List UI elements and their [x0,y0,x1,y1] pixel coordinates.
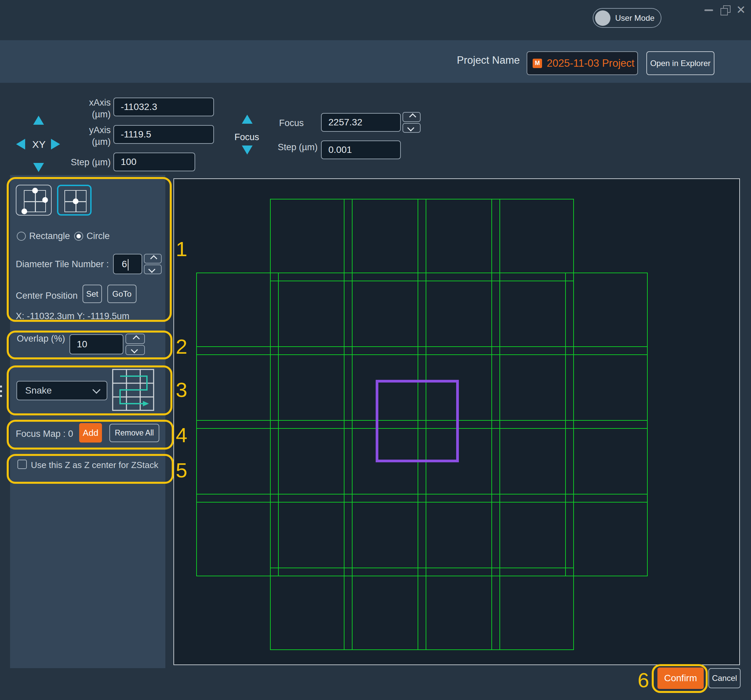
tile-cell[interactable] [196,494,278,576]
add-button[interactable]: Add [79,423,102,443]
tile-settings-panel [10,175,165,668]
project-name-value: 2025-11-03 Project [547,57,634,69]
rectangle-radio-label: Rectangle [29,231,70,241]
y-axis-unit: (µm) [69,137,111,147]
xy-step-input[interactable] [113,153,195,171]
tile-cell[interactable] [196,420,278,502]
diameter-tile-number-label: Diameter Tile Number : [16,259,109,270]
remove-all-button[interactable]: Remove All [109,424,159,442]
set-button[interactable]: Set [82,285,102,303]
tile-cell[interactable] [418,273,500,355]
current-fov-rect[interactable] [377,381,457,461]
open-in-explorer-button[interactable]: Open in Explorer [646,51,714,75]
tile-cell[interactable] [492,199,573,281]
tile-cell[interactable] [492,347,573,429]
user-mode-toggle[interactable]: User Mode [593,8,661,28]
center-point-grid-icon [64,190,87,212]
focus-pad-label: Focus [235,132,259,142]
tile-cell[interactable] [492,273,573,355]
scan-pattern-select[interactable]: Snake [17,381,107,400]
toggle-knob[interactable] [595,11,610,26]
focus-spin-up[interactable] [402,112,420,122]
panel-grip-handle[interactable] [0,385,3,397]
xy-pad-label: XY [32,139,46,150]
diameter-tile-number-input[interactable]: 6 [113,254,142,274]
snake-path-icon [112,369,154,411]
tile-cell[interactable] [418,494,500,576]
overlap-input[interactable] [70,334,124,355]
chevron-down-icon [92,385,100,393]
tile-cell[interactable] [418,568,500,650]
diameter-spin-down[interactable] [144,265,162,274]
focus-step-input[interactable] [321,140,401,159]
three-point-grid-button[interactable] [16,185,52,216]
tile-cell[interactable] [492,494,573,576]
focus-down-arrow[interactable] [242,145,253,154]
overlap-spin-up[interactable] [125,333,145,344]
y-axis-input[interactable] [113,125,214,144]
text-cursor [128,259,128,271]
tile-cell[interactable] [566,273,647,355]
tile-cell[interactable] [418,199,500,281]
rectangle-radio[interactable] [17,232,26,241]
tile-cell[interactable] [344,568,426,650]
header-row [0,40,751,83]
tile-cell[interactable] [270,273,352,355]
circle-radio-label: Circle [87,231,110,241]
focus-input[interactable] [321,113,401,132]
tile-cell[interactable] [270,347,352,429]
tile-cell[interactable] [566,494,647,576]
tile-cell[interactable] [196,347,278,429]
tile-cell[interactable] [270,568,352,650]
three-point-grid-icon [24,190,46,212]
tile-cell[interactable] [344,273,426,355]
annotation-number-2: 2 [176,336,187,357]
chevron-down-icon [131,346,138,353]
confirm-button[interactable]: Confirm [657,668,704,689]
scan-pattern-value: Snake [25,385,52,396]
focus-spin-down[interactable] [402,123,420,133]
chevron-up-icon [409,113,416,120]
close-icon[interactable]: ✕ [736,5,746,15]
cancel-button[interactable]: Cancel [708,668,740,688]
tile-cell[interactable] [344,347,426,429]
zstack-checkbox[interactable] [17,459,27,469]
focus-step-label: Step (µm) [278,142,318,153]
project-name-field[interactable]: M 2025-11-03 Project [527,51,638,75]
application-window: User Mode ✕ Project Name M 2025-11-03 Pr… [0,0,751,700]
tile-cell[interactable] [270,494,352,576]
annotation-number-3: 3 [176,379,187,400]
focus-up-arrow[interactable] [242,115,253,124]
tile-cell[interactable] [196,273,278,355]
tile-grid [174,179,739,665]
goto-button[interactable]: GoTo [107,285,136,303]
project-m-badge-icon: M [533,59,542,68]
xy-down-arrow[interactable] [33,163,44,172]
chevron-up-icon [133,335,139,342]
tile-cell[interactable] [344,199,426,281]
restore-icon[interactable] [720,5,730,15]
minimize-icon[interactable] [705,9,713,11]
tile-cell[interactable] [566,420,647,502]
tile-cell[interactable] [566,347,647,429]
x-axis-input[interactable] [113,97,214,116]
tile-cell[interactable] [344,494,426,576]
user-mode-label: User Mode [615,14,654,23]
xy-right-arrow[interactable] [51,139,60,150]
center-position-label: Center Position [16,291,78,301]
tile-cell[interactable] [270,199,352,281]
xy-up-arrow[interactable] [33,116,44,125]
xy-left-arrow[interactable] [16,139,25,150]
chevron-up-icon [150,255,157,262]
focus-map-label: Focus Map : 0 [16,429,73,439]
tile-preview-canvas[interactable] [173,178,740,665]
diameter-spin-up[interactable] [144,254,162,264]
annotation-number-4: 4 [176,425,187,446]
center-point-grid-button[interactable] [57,185,91,216]
tile-cell[interactable] [492,420,573,502]
annotation-number-5: 5 [176,460,187,481]
overlap-spin-down[interactable] [125,345,145,355]
tile-cell[interactable] [270,420,352,502]
tile-cell[interactable] [492,568,573,650]
circle-radio[interactable] [74,232,83,241]
